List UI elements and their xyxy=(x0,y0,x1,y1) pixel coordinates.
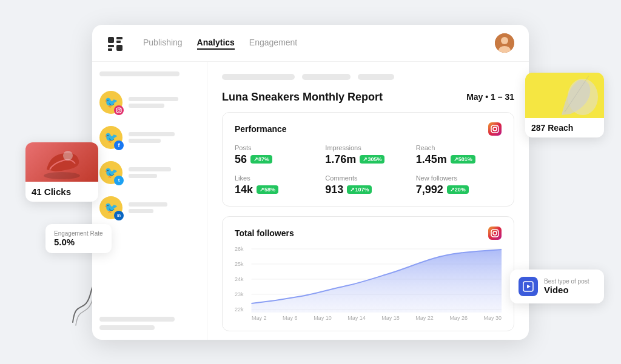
sidebar-item-linkedin[interactable]: 🐦 in xyxy=(99,194,200,222)
metric-reach-badge: ↗501% xyxy=(451,155,475,164)
svg-rect-6 xyxy=(108,48,112,51)
main-card: Publishing Analytics Engagement 🐦 xyxy=(92,25,529,340)
nav-bar: Publishing Analytics Engagement xyxy=(92,25,529,62)
svg-point-15 xyxy=(493,127,497,131)
tab-publishing[interactable]: Publishing xyxy=(143,36,183,50)
sidebar-text-linkedin xyxy=(129,202,200,213)
metric-impressions-value: 1.76m xyxy=(325,153,356,166)
linkedin-avatar: 🐦 in xyxy=(99,196,123,219)
metric-impressions-label: Impressions xyxy=(325,144,411,151)
metric-followers: New followers 7,992 ↗20% xyxy=(416,174,502,196)
svg-rect-7 xyxy=(116,45,123,51)
x-label-may14: May 14 xyxy=(347,315,366,321)
followers-card: Total followers 26k 25k 24k 23k 22k xyxy=(222,216,514,331)
x-label-may18: May 18 xyxy=(381,315,400,321)
filter-pill-3[interactable] xyxy=(358,74,394,80)
instagram-avatar: 🐦 xyxy=(99,91,123,114)
performance-card: Performance Posts 56 ↗87% Impression xyxy=(222,112,514,207)
engagement-value: 5.0% xyxy=(54,237,103,247)
svg-rect-5 xyxy=(108,45,114,47)
metric-posts: Posts 56 ↗87% xyxy=(235,144,320,166)
twitter-avatar: 🐦 t xyxy=(99,161,123,184)
nav-tabs: Publishing Analytics Engagement xyxy=(143,36,480,50)
svg-point-13 xyxy=(120,108,121,109)
svg-point-18 xyxy=(493,231,497,235)
sidebar: 🐦 🐦 f xyxy=(92,62,207,340)
x-label-may26: May 26 xyxy=(449,315,468,321)
tab-engagement[interactable]: Engagement xyxy=(249,36,297,50)
facebook-badge: f xyxy=(114,141,124,150)
linkedin-badge: in xyxy=(114,211,124,220)
svg-rect-4 xyxy=(116,41,121,43)
metric-impressions: Impressions 1.76m ↗305% xyxy=(325,144,411,166)
followers-title: Total followers xyxy=(235,228,294,238)
tab-analytics[interactable]: Analytics xyxy=(197,36,235,50)
logo[interactable] xyxy=(107,35,124,51)
best-post-icon xyxy=(519,277,538,296)
reach-body: 287 Reach xyxy=(525,118,604,137)
performance-grid: Posts 56 ↗87% Impressions 1.76m ↗305% xyxy=(235,144,502,196)
filter-pill-2[interactable] xyxy=(302,74,351,80)
metric-likes-value: 14k xyxy=(235,184,253,196)
clicks-body: 41 Clicks xyxy=(25,182,98,202)
metric-comments: Comments 913 ↗107% xyxy=(325,174,411,196)
shoe-illustration xyxy=(38,142,86,182)
svg-rect-11 xyxy=(116,108,121,113)
clicks-value: 41 Clicks xyxy=(32,187,92,197)
metric-posts-badge: ↗87% xyxy=(250,155,272,164)
report-range: • 1 – 31 xyxy=(485,92,514,102)
metric-followers-label: New followers xyxy=(416,174,502,182)
sidebar-item-facebook[interactable]: 🐦 f xyxy=(99,124,200,151)
float-reach-card: 287 Reach xyxy=(525,73,604,137)
float-clicks-card: 41 Clicks xyxy=(25,142,98,202)
metric-comments-label: Comments xyxy=(325,174,411,182)
instagram-icon xyxy=(488,122,502,136)
metric-reach-label: Reach xyxy=(416,144,502,151)
svg-point-12 xyxy=(118,109,120,111)
sidebar-item-twitter[interactable]: 🐦 t xyxy=(99,159,200,187)
content-area: 🐦 🐦 f xyxy=(92,62,529,340)
svg-point-19 xyxy=(497,230,498,231)
metric-reach-value: 1.45m xyxy=(416,153,447,166)
x-label-may2: May 2 xyxy=(252,315,267,321)
metric-followers-value: 7,992 xyxy=(416,184,443,196)
best-post-text: Best type of post Video xyxy=(544,278,589,295)
main-content: Luna Sneakers Monthly Report May • 1 – 3… xyxy=(207,62,529,340)
sidebar-filter xyxy=(99,71,180,76)
perf-title: Performance xyxy=(235,124,287,134)
metric-followers-value-row: 7,992 ↗20% xyxy=(416,184,502,196)
filter-pill-1[interactable] xyxy=(222,74,295,80)
svg-point-16 xyxy=(497,126,498,127)
float-best-post-card: Best type of post Video xyxy=(510,270,604,303)
instagram-badge xyxy=(114,105,124,115)
chart-area: 26k 25k 24k 23k 22k xyxy=(235,246,502,313)
metric-comments-value-row: 913 ↗107% xyxy=(325,184,411,196)
svg-rect-3 xyxy=(116,37,123,39)
metric-likes-badge: ↗58% xyxy=(257,185,278,194)
best-post-value: Video xyxy=(544,285,589,295)
metric-impressions-value-row: 1.76m ↗305% xyxy=(325,153,411,166)
followers-ig-icon xyxy=(488,227,502,240)
reach-value: 287 Reach xyxy=(531,123,598,133)
svg-point-0 xyxy=(44,172,80,179)
metric-likes-value-row: 14k ↗58% xyxy=(235,184,320,196)
x-label-may22: May 22 xyxy=(415,315,434,321)
report-month: May xyxy=(466,92,483,102)
x-label-may30: May 30 xyxy=(483,315,502,321)
metric-likes-label: Likes xyxy=(235,174,320,182)
sidebar-item-instagram[interactable]: 🐦 xyxy=(99,88,200,116)
x-label-may6: May 6 xyxy=(283,315,298,321)
avatar[interactable] xyxy=(495,33,514,53)
sub-filter-bar xyxy=(222,74,514,80)
metric-comments-value: 913 xyxy=(325,184,343,196)
followers-header: Total followers xyxy=(235,227,502,240)
perf-header: Performance xyxy=(235,122,502,136)
metric-followers-badge: ↗20% xyxy=(447,185,469,194)
best-post-label: Best type of post xyxy=(544,278,589,285)
x-label-may10: May 10 xyxy=(314,315,332,321)
sidebar-text-facebook xyxy=(129,132,200,143)
report-header: Luna Sneakers Monthly Report May • 1 – 3… xyxy=(222,91,514,104)
metric-likes: Likes 14k ↗58% xyxy=(235,174,320,196)
twitter-badge: t xyxy=(114,176,124,185)
facebook-avatar: 🐦 f xyxy=(99,126,123,149)
